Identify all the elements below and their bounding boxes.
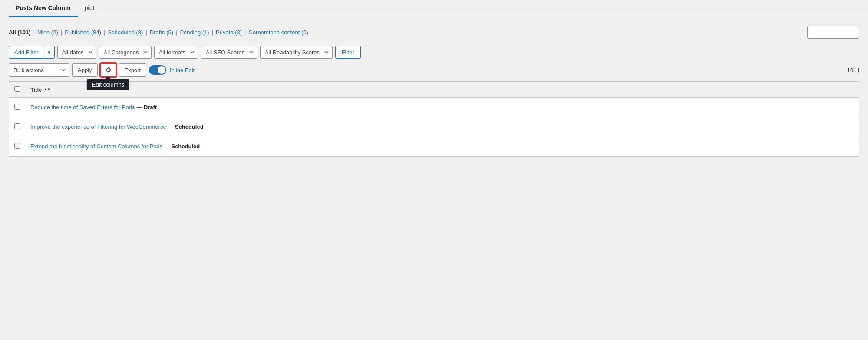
apply-button[interactable]: Apply xyxy=(72,63,98,77)
row-checkbox-cell xyxy=(9,137,26,157)
post-title-link[interactable]: Reduce the time of Saved Filters for Pod… xyxy=(30,104,135,110)
row-checkbox[interactable] xyxy=(14,143,20,149)
edit-columns-tooltip: Edit columns xyxy=(87,79,129,90)
filter-link-pending[interactable]: Pending (1) xyxy=(180,29,209,36)
filter-link-cornerstone[interactable]: Cornerstone content (0) xyxy=(249,29,308,36)
post-title-link[interactable]: Improve the experience of Filtering for … xyxy=(30,123,166,130)
filter-links-row: All (101) | Mine (2) | Published (84) | … xyxy=(9,26,859,39)
add-filter-button[interactable]: Add Filter ▾ xyxy=(9,46,55,59)
post-status: Scheduled xyxy=(171,143,200,150)
dates-filter-select[interactable]: All dates xyxy=(57,46,96,59)
table-row: Reduce the time of Saved Filters for Pod… xyxy=(9,98,859,117)
inline-edit-toggle[interactable]: Inline Edit xyxy=(149,65,195,75)
post-count-label: 101 i xyxy=(847,67,859,73)
toggle-knob xyxy=(158,66,165,74)
filter-link-drafts[interactable]: Drafts (5) xyxy=(150,29,173,36)
filter-link-all[interactable]: All (101) xyxy=(9,29,31,36)
search-input[interactable] xyxy=(807,26,859,39)
tab-posts-new-column[interactable]: Posts New Column xyxy=(9,0,78,17)
bulk-actions-select[interactable]: Bulk actions xyxy=(9,63,69,77)
main-content: All (101) | Mine (2) | Published (84) | … xyxy=(0,17,868,157)
filter-link-published[interactable]: Published (84) xyxy=(65,29,101,36)
add-filter-chevron-icon: ▾ xyxy=(44,46,54,58)
filters-row: Add Filter ▾ All dates All Categories Al… xyxy=(9,46,859,59)
export-button[interactable]: Export xyxy=(119,63,147,77)
table-row: Extend the functionality of Custom Colum… xyxy=(9,137,859,157)
formats-filter-select[interactable]: All formats xyxy=(154,46,198,59)
filter-link-scheduled[interactable]: Scheduled (8) xyxy=(108,29,143,36)
gear-button-container: ⚙ Edit columns xyxy=(100,63,116,77)
column-header-title: Title ▲▼ xyxy=(25,82,859,98)
row-checkbox-cell xyxy=(9,117,26,137)
post-status: Draft xyxy=(144,104,157,110)
row-checkbox[interactable] xyxy=(14,104,20,110)
page-wrapper: Posts New Column piet All (101) | Mine (… xyxy=(0,0,868,340)
column-header-checkbox xyxy=(9,82,26,98)
post-title-link[interactable]: Extend the functionality of Custom Colum… xyxy=(30,143,162,150)
row-title-cell: Improve the experience of Filtering for … xyxy=(25,117,859,137)
tabs-bar: Posts New Column piet xyxy=(0,0,868,17)
posts-table: Title ▲▼ Reduce the time of Saved Filter… xyxy=(9,81,859,157)
row-title-cell: Reduce the time of Saved Filters for Pod… xyxy=(25,98,859,117)
readability-filter-select[interactable]: All Readability Scores xyxy=(260,46,333,59)
select-all-checkbox[interactable] xyxy=(14,86,20,92)
row-checkbox-cell xyxy=(9,98,26,117)
edit-columns-button[interactable]: ⚙ xyxy=(100,63,116,77)
gear-icon: ⚙ xyxy=(106,66,111,74)
filter-link-mine[interactable]: Mine (2) xyxy=(37,29,58,36)
filter-link-private[interactable]: Private (3) xyxy=(216,29,242,36)
seo-scores-filter-select[interactable]: All SEO Scores xyxy=(201,46,257,59)
inline-edit-label: Inline Edit xyxy=(170,67,195,73)
filter-button[interactable]: Filter xyxy=(335,46,361,59)
inline-edit-switch[interactable] xyxy=(149,65,166,75)
row-title-cell: Extend the functionality of Custom Colum… xyxy=(25,137,859,157)
tab-piet[interactable]: piet xyxy=(78,0,102,17)
row-checkbox[interactable] xyxy=(14,123,20,129)
add-filter-label: Add Filter xyxy=(9,46,44,58)
search-box-container xyxy=(807,26,859,39)
table-row: Improve the experience of Filtering for … xyxy=(9,117,859,137)
post-status: Scheduled xyxy=(175,123,204,130)
categories-filter-select[interactable]: All Categories xyxy=(99,46,152,59)
title-sort-icon[interactable]: ▲▼ xyxy=(44,88,51,91)
actions-row: Bulk actions Apply ⚙ Edit columns Export… xyxy=(9,63,859,77)
